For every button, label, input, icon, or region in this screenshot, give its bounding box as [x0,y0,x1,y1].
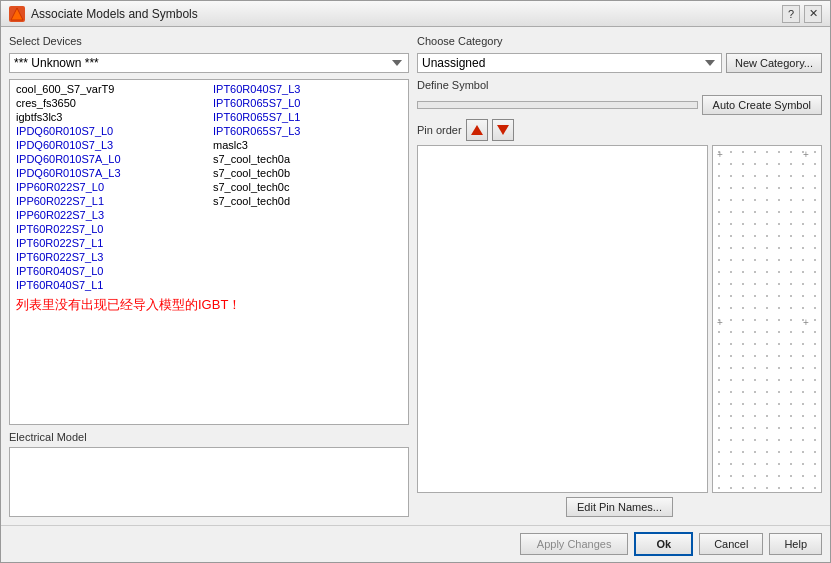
auto-create-symbol-button[interactable]: Auto Create Symbol [702,95,822,115]
list-item[interactable]: IPP60R022S7_L0 [12,180,209,194]
close-btn[interactable]: ✕ [804,5,822,23]
list-item[interactable]: IPP60R022S7_L1 [12,194,209,208]
pin-order-label: Pin order [417,124,462,136]
left-panel: Select Devices *** Unknown *** cool_600_… [9,35,409,517]
app-icon [9,6,25,22]
svg-marker-2 [497,125,509,135]
dot-grid-svg: + + + + [713,146,821,492]
cancel-button[interactable]: Cancel [699,533,763,555]
list-item[interactable]: IPT60R022S7_L3 [12,250,209,264]
list-item[interactable]: IPDQ60R010S7_L0 [12,124,209,138]
svg-text:+: + [717,317,723,328]
list-item[interactable]: igbtfs3lc3 [12,110,209,124]
list-item[interactable]: IPT60R065S7_L3 [209,124,406,138]
pin-order-up-button[interactable] [466,119,488,141]
list-item[interactable]: IPT60R040S7_L0 [12,264,209,278]
choose-category-label: Choose Category [417,35,822,47]
svg-text:+: + [803,317,809,328]
list-item[interactable]: cool_600_S7_varT9 [12,82,209,96]
list-item[interactable]: maslc3 [209,138,406,152]
symbol-dot-canvas: + + + + [712,145,822,493]
pin-order-row: Pin order [417,119,822,141]
help-title-btn[interactable]: ? [782,5,800,23]
list-item[interactable] [209,278,406,292]
list-item[interactable]: IPT60R040S7_L3 [209,82,406,96]
list-item[interactable] [209,250,406,264]
list-item[interactable]: IPT60R022S7_L1 [12,236,209,250]
list-item[interactable]: IPT60R065S7_L1 [209,110,406,124]
right-main: Define Symbol Auto Create Symbol Pin ord… [417,79,822,517]
define-symbol-input[interactable] [417,101,698,109]
list-item[interactable]: IPT60R065S7_L0 [209,96,406,110]
title-bar-left: Associate Models and Symbols [9,6,198,22]
title-bar-controls: ? ✕ [782,5,822,23]
new-category-button[interactable]: New Category... [726,53,822,73]
devices-list-inner: cool_600_S7_varT9IPT60R040S7_L3cres_fs36… [10,80,408,320]
annotation-text: 列表里没有出现已经导入模型的IGBT！ [12,292,406,318]
list-item[interactable]: s7_cool_tech0d [209,194,406,208]
edit-pin-btn-row: Edit Pin Names... [417,497,822,517]
devices-dropdown[interactable]: *** Unknown *** [9,53,409,73]
electrical-model-listbox[interactable] [9,447,409,517]
list-item[interactable] [209,208,406,222]
devices-list-section: cool_600_S7_varT9IPT60R040S7_L3cres_fs36… [9,79,409,425]
svg-marker-1 [471,125,483,135]
svg-text:+: + [717,149,723,160]
ok-button[interactable]: Ok [634,532,693,556]
list-item[interactable]: IPDQ60R010S7A_L0 [12,152,209,166]
electrical-model-section: Electrical Model [9,431,409,517]
content-area: Select Devices *** Unknown *** cool_600_… [1,27,830,525]
category-dropdown-row: Unassigned New Category... [417,53,822,73]
list-item[interactable]: IPT60R040S7_L1 [12,278,209,292]
define-symbol-row: Auto Create Symbol [417,95,822,115]
list-item[interactable] [209,236,406,250]
apply-changes-button[interactable]: Apply Changes [520,533,629,555]
title-bar: Associate Models and Symbols ? ✕ [1,1,830,27]
svg-text:+: + [803,149,809,160]
main-window: Associate Models and Symbols ? ✕ Select … [0,0,831,563]
help-button[interactable]: Help [769,533,822,555]
list-item[interactable]: s7_cool_tech0a [209,152,406,166]
list-item[interactable]: cres_fs3650 [12,96,209,110]
pin-order-down-button[interactable] [492,119,514,141]
pin-list-box[interactable] [417,145,708,493]
list-item[interactable]: IPT60R022S7_L0 [12,222,209,236]
edit-pin-names-button[interactable]: Edit Pin Names... [566,497,673,517]
list-item[interactable]: IPDQ60R010S7_L3 [12,138,209,152]
electrical-model-label: Electrical Model [9,431,409,443]
category-dropdown[interactable]: Unassigned [417,53,722,73]
list-item[interactable]: s7_cool_tech0c [209,180,406,194]
footer: Apply Changes Ok Cancel Help [1,525,830,562]
right-panel: Choose Category Unassigned New Category.… [417,35,822,517]
window-title: Associate Models and Symbols [31,7,198,21]
list-item[interactable]: IPDQ60R010S7A_L3 [12,166,209,180]
list-item[interactable]: IPP60R022S7_L3 [12,208,209,222]
define-symbol-label: Define Symbol [417,79,822,91]
list-item[interactable] [209,264,406,278]
select-devices-label: Select Devices [9,35,409,47]
list-item[interactable]: s7_cool_tech0b [209,166,406,180]
svg-marker-0 [11,8,23,20]
devices-list-box[interactable]: cool_600_S7_varT9IPT60R040S7_L3cres_fs36… [9,79,409,425]
main-row: Select Devices *** Unknown *** cool_600_… [9,35,822,517]
symbol-area: + + + + [417,145,822,493]
list-item[interactable] [209,222,406,236]
